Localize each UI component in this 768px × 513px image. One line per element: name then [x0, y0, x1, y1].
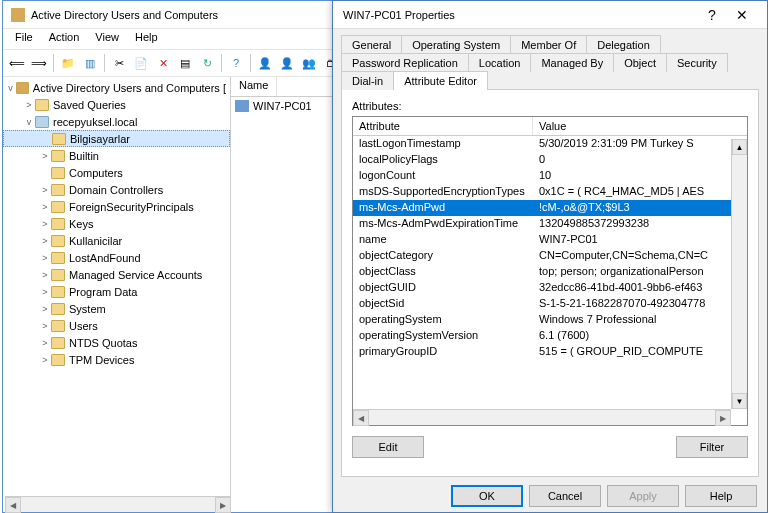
scroll-up-icon[interactable]: ▲ [732, 139, 747, 155]
menu-view[interactable]: View [87, 29, 127, 49]
filter-button[interactable]: Filter [676, 436, 748, 458]
attribute-row[interactable]: ms-Mcs-AdmPwdExpirationTime1320498853729… [353, 216, 747, 232]
back-button[interactable]: ⟸ [7, 53, 27, 73]
col-attribute[interactable]: Attribute [353, 117, 533, 135]
cancel-button[interactable]: Cancel [529, 485, 601, 507]
tab-location[interactable]: Location [468, 53, 532, 72]
expander-icon[interactable]: > [39, 219, 51, 229]
tree-item[interactable]: >Managed Service Accounts [3, 266, 230, 283]
up-button[interactable]: 📁 [58, 53, 78, 73]
tree-item[interactable]: >Keys [3, 215, 230, 232]
tab-managedby[interactable]: Managed By [530, 53, 614, 72]
col-value[interactable]: Value [533, 117, 572, 135]
expander-icon[interactable]: > [39, 253, 51, 263]
refresh-button[interactable]: ↻ [197, 53, 217, 73]
copy-button[interactable]: 📄 [131, 53, 151, 73]
tree-hscroll[interactable]: ◀ ▶ [5, 496, 231, 512]
tab-attribute-editor[interactable]: Attribute Editor [393, 71, 488, 90]
attribute-row[interactable]: ms-Mcs-AdmPwd!cM-,o&@TX;$9L3 [353, 200, 747, 216]
attribute-row[interactable]: primaryGroupID515 = ( GROUP_RID_COMPUTE [353, 344, 747, 360]
properties-button[interactable]: ▤ [175, 53, 195, 73]
tree-item[interactable]: >Domain Controllers [3, 181, 230, 198]
tab-dialin[interactable]: Dial-in [341, 71, 394, 90]
scroll-right-icon[interactable]: ▶ [215, 497, 231, 513]
tab-pwdrepl[interactable]: Password Replication [341, 53, 469, 72]
dialog-help-button[interactable]: Help [685, 485, 757, 507]
expander-icon[interactable]: > [39, 202, 51, 212]
expander-icon[interactable]: v [5, 83, 16, 93]
help-icon[interactable]: ? [697, 4, 727, 26]
attribute-row[interactable]: objectSidS-1-5-21-1682287070-492304778 [353, 296, 747, 312]
folder-icon [51, 235, 65, 247]
attr-hscroll[interactable]: ◀ ▶ [353, 409, 731, 425]
expander-icon[interactable]: > [39, 287, 51, 297]
expander-icon[interactable]: > [39, 338, 51, 348]
tab-general[interactable]: General [341, 35, 402, 54]
tree-item[interactable]: >TPM Devices [3, 351, 230, 368]
ok-button[interactable]: OK [451, 485, 523, 507]
attribute-row[interactable]: nameWIN7-PC01 [353, 232, 747, 248]
tab-object[interactable]: Object [613, 53, 667, 72]
close-icon[interactable]: ✕ [727, 4, 757, 26]
scroll-right-icon[interactable]: ▶ [715, 410, 731, 426]
attr-vscroll[interactable]: ▲ ▼ [731, 139, 747, 409]
expander-icon[interactable]: > [39, 304, 51, 314]
menu-file[interactable]: File [7, 29, 41, 49]
tree-item[interactable]: >Program Data [3, 283, 230, 300]
tree-root[interactable]: v Active Directory Users and Computers [ [3, 79, 230, 96]
edit-button[interactable]: Edit [352, 436, 424, 458]
forward-button[interactable]: ⟹ [29, 53, 49, 73]
tree-item[interactable]: vrecepyuksel.local [3, 113, 230, 130]
tab-security[interactable]: Security [666, 53, 728, 72]
attribute-row[interactable]: operatingSystemVersion6.1 (7600) [353, 328, 747, 344]
attribute-row[interactable]: objectGUID32edcc86-41bd-4001-9bb6-ef463 [353, 280, 747, 296]
attributes-list[interactable]: Attribute Value lastLogonTimestamp5/30/2… [352, 116, 748, 426]
tab-memberof[interactable]: Member Of [510, 35, 587, 54]
menu-help[interactable]: Help [127, 29, 166, 49]
expander-icon[interactable]: > [39, 355, 51, 365]
attribute-row[interactable]: msDS-SupportedEncryptionTypes0x1C = ( RC… [353, 184, 747, 200]
tree-item[interactable]: >NTDS Quotas [3, 334, 230, 351]
menu-action[interactable]: Action [41, 29, 88, 49]
tab-delegation[interactable]: Delegation [586, 35, 661, 54]
attr-value: Windows 7 Professional [533, 312, 747, 328]
find-button[interactable]: 👤 [255, 53, 275, 73]
tree-pane[interactable]: v Active Directory Users and Computers [… [3, 77, 231, 512]
cut-button[interactable]: ✂ [109, 53, 129, 73]
apply-button[interactable]: Apply [607, 485, 679, 507]
tree-item[interactable]: Computers [3, 164, 230, 181]
col-name[interactable]: Name [231, 77, 277, 96]
help-button[interactable]: ? [226, 53, 246, 73]
scroll-down-icon[interactable]: ▼ [732, 393, 747, 409]
tree-item[interactable]: >Saved Queries [3, 96, 230, 113]
attr-name: ms-Mcs-AdmPwd [353, 200, 533, 216]
expander-icon[interactable]: v [23, 117, 35, 127]
attribute-row[interactable]: localPolicyFlags0 [353, 152, 747, 168]
add-user-button[interactable]: 👤 [277, 53, 297, 73]
tree-item[interactable]: >Builtin [3, 147, 230, 164]
folder-icon [51, 354, 65, 366]
expander-icon[interactable]: > [39, 236, 51, 246]
tree-item[interactable]: >Users [3, 317, 230, 334]
tree-item[interactable]: >System [3, 300, 230, 317]
expander-icon[interactable]: > [39, 185, 51, 195]
add-group-button[interactable]: 👥 [299, 53, 319, 73]
expander-icon[interactable]: > [39, 270, 51, 280]
show-hide-button[interactable]: ▥ [80, 53, 100, 73]
expander-icon[interactable]: > [23, 100, 35, 110]
expander-icon[interactable]: > [39, 151, 51, 161]
scroll-left-icon[interactable]: ◀ [5, 497, 21, 513]
attribute-row[interactable]: objectClasstop; person; organizationalPe… [353, 264, 747, 280]
tree-item[interactable]: >Kullanicilar [3, 232, 230, 249]
tab-os[interactable]: Operating System [401, 35, 511, 54]
delete-button[interactable]: ✕ [153, 53, 173, 73]
tree-item[interactable]: >ForeignSecurityPrincipals [3, 198, 230, 215]
attribute-row[interactable]: objectCategoryCN=Computer,CN=Schema,CN=C [353, 248, 747, 264]
attribute-row[interactable]: lastLogonTimestamp5/30/2019 2:31:09 PM T… [353, 136, 747, 152]
attribute-row[interactable]: logonCount10 [353, 168, 747, 184]
tree-item[interactable]: >LostAndFound [3, 249, 230, 266]
attribute-row[interactable]: operatingSystemWindows 7 Professional [353, 312, 747, 328]
expander-icon[interactable]: > [39, 321, 51, 331]
scroll-left-icon[interactable]: ◀ [353, 410, 369, 426]
tree-item[interactable]: Bilgisayarlar [3, 130, 230, 147]
